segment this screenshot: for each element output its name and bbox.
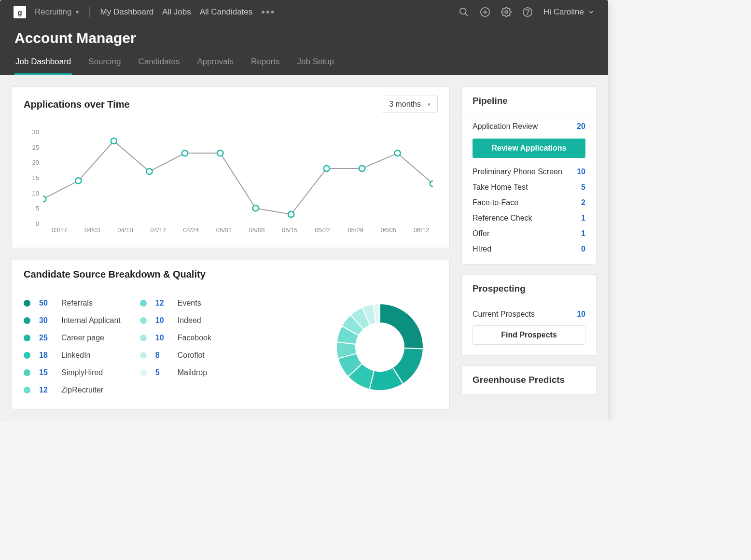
source-label: Maildrop (178, 368, 207, 377)
page-title-row: Account Manager (0, 23, 608, 51)
nav-all-jobs[interactable]: All Jobs (162, 7, 191, 17)
source-swatch (140, 369, 147, 376)
predicts-title: Greenhouse Predicts (462, 366, 596, 394)
product-switcher[interactable]: Recruiting ▾ (35, 7, 79, 17)
nav-my-dashboard[interactable]: My Dashboard (100, 7, 154, 17)
source-count: 12 (39, 386, 53, 394)
x-tick: 04/24 (175, 226, 208, 238)
data-point (323, 166, 329, 171)
pipeline-title: Pipeline (462, 87, 596, 115)
source-item: 18 LinkedIn (24, 351, 121, 360)
divider (89, 7, 90, 17)
pipeline-stage: Preliminary Phone Screen 10 (473, 168, 585, 176)
topbar-right: Hi Caroline (459, 7, 595, 17)
more-menu-icon[interactable]: ••• (261, 10, 275, 14)
source-count: 8 (155, 351, 169, 360)
source-swatch (24, 369, 30, 376)
data-point (359, 166, 365, 171)
pipeline-stage-label: Offer (473, 229, 489, 238)
chevron-down-icon (588, 9, 595, 15)
logo[interactable]: g (14, 6, 26, 18)
find-prospects-button[interactable]: Find Prospects (473, 325, 585, 345)
pipeline-stage-label: Reference Check (473, 214, 532, 223)
data-point (43, 196, 46, 202)
line-chart: 051015202530 03/2704/0304/1004/1704/2405… (24, 132, 438, 238)
caret-down-icon: ▾ (76, 9, 79, 15)
x-tick: 04/10 (109, 226, 141, 238)
search-icon[interactable] (459, 7, 469, 17)
y-tick: 0 (36, 220, 39, 227)
y-tick: 20 (32, 159, 39, 166)
tab-candidates[interactable]: Candidates (137, 51, 181, 75)
gear-icon[interactable] (501, 7, 512, 17)
source-swatch (140, 352, 147, 359)
pipeline-stage-count: 1 (581, 229, 585, 238)
source-swatch (24, 317, 30, 324)
source-label: SimplyHired (61, 368, 103, 377)
y-tick: 15 (32, 174, 39, 182)
tab-job-dashboard[interactable]: Job Dashboard (14, 51, 72, 75)
content: Applications over Time 3 months ▾ 051015… (0, 75, 608, 421)
source-swatch (140, 317, 147, 324)
plot-area (43, 132, 433, 224)
chart-body: 051015202530 03/2704/0304/1004/1704/2405… (12, 122, 449, 248)
source-count: 18 (39, 351, 53, 360)
x-tick: 05/01 (208, 226, 240, 238)
x-tick: 06/12 (405, 226, 438, 238)
pipeline-stage-count: 20 (577, 122, 585, 131)
tab-job-setup[interactable]: Job Setup (296, 51, 335, 75)
source-item: 12 ZipRecruiter (24, 386, 121, 394)
source-label: ZipRecruiter (61, 386, 103, 394)
pipeline-stage-count: 1 (581, 214, 585, 223)
x-tick: 05/29 (339, 226, 372, 238)
source-count: 15 (39, 368, 53, 377)
predicts-card: Greenhouse Predicts (461, 365, 597, 394)
nav-all-candidates[interactable]: All Candidates (200, 7, 253, 17)
y-axis: 051015202530 (24, 132, 41, 224)
source-count: 30 (39, 316, 53, 325)
tab-approvals[interactable]: Approvals (196, 51, 235, 75)
sources-title: Candidate Source Breakdown & Quality (24, 269, 206, 280)
source-item: 10 Facebook (140, 334, 211, 342)
caret-down-icon: ▾ (428, 101, 431, 108)
data-point (288, 211, 294, 217)
source-item: 10 Indeed (140, 316, 211, 325)
source-item: 15 SimplyHired (24, 368, 121, 377)
source-label: LinkedIn (61, 351, 91, 360)
tab-reports[interactable]: Reports (250, 51, 281, 75)
source-item: 8 Coroflot (140, 351, 211, 360)
source-count: 10 (155, 316, 169, 325)
source-label: Internal Applicant (61, 316, 121, 325)
sources-columns: 50 Referrals 30 Internal Applicant 25 Ca… (24, 299, 312, 394)
pipeline-list: Application Review 20Review Applications… (462, 115, 596, 264)
review-applications-button[interactable]: Review Applications (473, 139, 585, 158)
user-menu[interactable]: Hi Caroline (543, 7, 595, 17)
donut-slice (380, 304, 423, 349)
data-point (111, 138, 117, 144)
x-tick: 06/05 (372, 226, 405, 238)
x-tick: 05/22 (306, 226, 339, 238)
sources-col-1: 50 Referrals 30 Internal Applicant 25 Ca… (24, 299, 121, 394)
pipeline-stage: Take Home Test 5 (473, 183, 585, 192)
topbar: g Recruiting ▾ My Dashboard All Jobs All… (0, 0, 608, 75)
tab-sourcing[interactable]: Sourcing (87, 51, 122, 75)
pipeline-stage-count: 5 (581, 183, 585, 192)
pipeline-stage-label: HIred (473, 245, 491, 253)
source-swatch (140, 300, 147, 307)
date-range-dropdown[interactable]: 3 months ▾ (382, 96, 438, 113)
source-swatch (24, 387, 30, 393)
add-icon[interactable] (480, 7, 490, 17)
sources-body: 50 Referrals 30 Internal Applicant 25 Ca… (12, 289, 449, 409)
help-icon[interactable] (522, 7, 533, 17)
x-tick: 03/27 (43, 226, 76, 238)
donut-chart (332, 299, 428, 395)
source-label: Events (178, 299, 201, 308)
current-prospects-label: Current Prospects (473, 310, 535, 319)
pipeline-stage-count: 2 (581, 198, 585, 207)
x-axis: 03/2704/0304/1004/1704/2405/0105/0805/15… (43, 226, 438, 238)
pipeline-stage: Application Review 20 (473, 122, 585, 131)
data-point (182, 150, 188, 156)
svg-point-5 (505, 11, 508, 14)
source-label: Indeed (178, 316, 201, 325)
sources-card: Candidate Source Breakdown & Quality 50 … (12, 260, 450, 409)
